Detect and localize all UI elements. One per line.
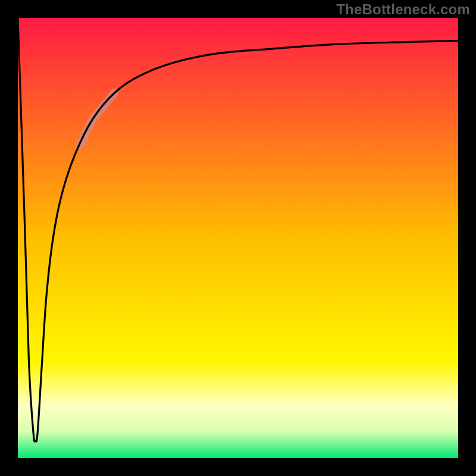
watermark-text: TheBottleneck.com [336, 1, 470, 18]
gradient-background [18, 18, 458, 458]
chart-frame: TheBottleneck.com [0, 0, 476, 476]
bottleneck-chart [0, 0, 476, 476]
